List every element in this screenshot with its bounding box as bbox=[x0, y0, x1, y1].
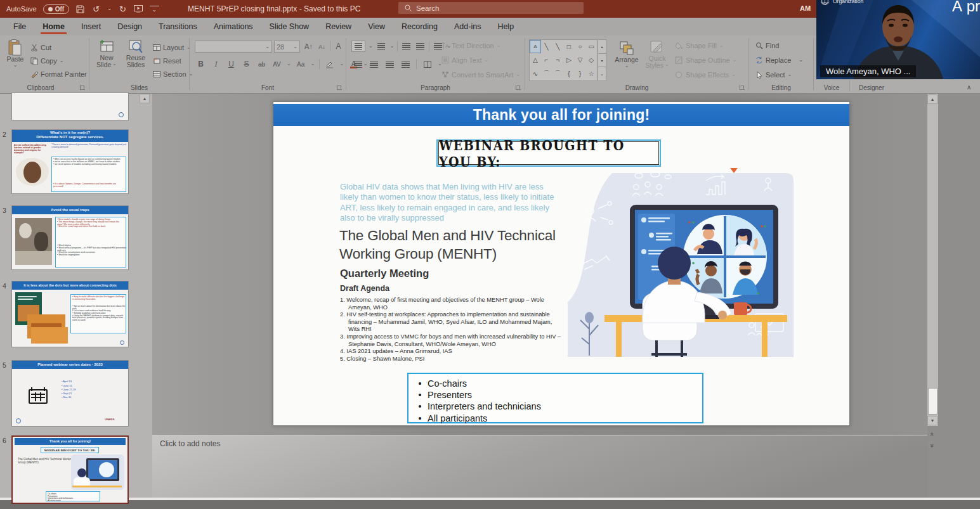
thumbnail-scroll-up-button[interactable]: ▴ bbox=[140, 94, 150, 103]
paste-button[interactable]: Paste ⌄ bbox=[4, 39, 27, 68]
clipboard-dialog-launcher-icon[interactable] bbox=[80, 85, 85, 90]
decrease-indent-button[interactable] bbox=[401, 41, 412, 52]
increase-indent-button[interactable] bbox=[415, 41, 426, 52]
arrow-line-shape-icon[interactable]: ╲ bbox=[552, 40, 563, 53]
oval-shape-icon[interactable]: ○ bbox=[575, 40, 586, 53]
tab-slide-show[interactable]: Slide Show bbox=[261, 18, 318, 35]
align-center-button[interactable] bbox=[369, 58, 379, 70]
shape-fill-button[interactable]: Shape Fill⌄ bbox=[675, 39, 736, 52]
underline-button[interactable]: U bbox=[226, 58, 237, 70]
font-size-combo[interactable]: 28 ⌄ bbox=[274, 41, 300, 53]
convert-to-smartart-button[interactable]: Convert to SmartArt⌄ bbox=[441, 68, 520, 81]
tab-home[interactable]: Home bbox=[34, 18, 73, 35]
rectangle-shape-icon[interactable]: □ bbox=[563, 40, 575, 53]
curve-shape-icon[interactable]: ⌒ bbox=[552, 67, 563, 81]
clear-formatting-button[interactable]: A bbox=[333, 41, 344, 52]
gallery-scroll-down-icon[interactable]: ▾ bbox=[598, 53, 606, 68]
gallery-more-icon[interactable]: ⌄ bbox=[598, 67, 606, 81]
layout-button[interactable]: Layout⌄ bbox=[153, 41, 193, 54]
tab-review[interactable]: Review bbox=[317, 18, 360, 35]
increase-font-size-button[interactable]: A↑ bbox=[303, 41, 314, 52]
tab-insert[interactable]: Insert bbox=[73, 18, 109, 35]
shape-outline-button[interactable]: Shape Outline⌄ bbox=[675, 54, 736, 67]
paragraph-dialog-launcher-icon[interactable] bbox=[516, 85, 521, 90]
tab-add-ins[interactable]: Add-ins bbox=[446, 18, 489, 35]
next-slide-button[interactable]: » bbox=[927, 440, 938, 449]
align-left-button[interactable] bbox=[353, 58, 363, 70]
arrange-button[interactable]: Arrange ⌄ bbox=[611, 40, 642, 68]
start-slideshow-button[interactable] bbox=[134, 4, 143, 14]
thumbnail-slide-2[interactable]: What's in it for me(n)? Differentiate NO… bbox=[11, 129, 129, 194]
tab-file[interactable]: File bbox=[5, 18, 34, 35]
right-brace-shape-icon[interactable]: } bbox=[575, 67, 586, 81]
slide-title-banner[interactable]: Thank you all for joining! bbox=[273, 104, 849, 126]
select-button[interactable]: Select ⌄ bbox=[755, 68, 803, 81]
tab-help[interactable]: Help bbox=[489, 18, 522, 35]
decrease-font-size-button[interactable]: A↓ bbox=[317, 41, 327, 52]
numbering-button[interactable] bbox=[376, 41, 387, 52]
strikethrough-button[interactable]: S bbox=[241, 58, 252, 70]
autosave-toggle[interactable]: Off bbox=[43, 4, 69, 14]
line-shape-icon[interactable]: ╲ bbox=[541, 40, 552, 53]
undo-dropdown-icon[interactable]: ⌄ bbox=[107, 6, 112, 11]
align-right-button[interactable] bbox=[384, 58, 395, 70]
thumbnail-slide-1[interactable] bbox=[11, 93, 129, 120]
change-case-button[interactable]: Aa bbox=[296, 58, 306, 70]
redo-button[interactable]: ↻ bbox=[118, 4, 127, 14]
account-initials-badge[interactable]: AM bbox=[800, 4, 811, 12]
thumbnail-slide-3[interactable]: Avoid the usual traps • New models shoul… bbox=[11, 205, 129, 270]
shape-effects-button[interactable]: Shape Effects⌄ bbox=[675, 68, 736, 81]
vertical-scrollbar[interactable] bbox=[927, 94, 938, 426]
down-arrow-shape-icon[interactable]: ▽ bbox=[575, 53, 586, 67]
character-spacing-button[interactable]: AV bbox=[271, 58, 282, 70]
shapes-gallery[interactable]: A ╲ ╲ □ ○ ▭ △ ⌐ ¬ ▷ ▽ ◇ ∿ ⌒ ⌒ { } ☆ bbox=[529, 39, 598, 81]
bullets-button[interactable] bbox=[351, 41, 365, 52]
previous-slide-button[interactable]: « bbox=[927, 428, 938, 438]
tab-animations[interactable]: Animations bbox=[206, 18, 261, 35]
thumbnail-slide-4[interactable]: It is less about the dots but more about… bbox=[11, 281, 129, 347]
highlight-color-button[interactable] bbox=[324, 58, 335, 70]
slide-heading[interactable]: The Global Men and HIV Technical Working… bbox=[339, 226, 568, 263]
elbow-arrow-shape-icon[interactable]: ¬ bbox=[552, 53, 563, 67]
thumbnail-slide-6-selected[interactable]: Thank you all for joining! WEBINAR BROUG… bbox=[11, 435, 129, 504]
format-painter-button[interactable]: Format Painter bbox=[30, 67, 87, 81]
rounded-rectangle-shape-icon[interactable]: ▭ bbox=[585, 40, 597, 53]
align-text-button[interactable]: Align Text⌄ bbox=[441, 54, 520, 67]
triangle-shape-icon[interactable]: △ bbox=[530, 53, 541, 67]
arc-shape-icon[interactable]: ⌒ bbox=[541, 67, 552, 81]
scroll-down-button[interactable]: ▾ bbox=[927, 416, 938, 425]
tab-design[interactable]: Design bbox=[109, 18, 150, 35]
reset-button[interactable]: Reset bbox=[153, 54, 193, 67]
undo-button[interactable]: ↺ bbox=[91, 4, 101, 14]
copy-button[interactable]: Copy ⌄ bbox=[30, 54, 87, 67]
scrollbar-thumb[interactable] bbox=[928, 388, 938, 415]
thanks-textbox[interactable]: Co-chairs Presenters Interpreters and te… bbox=[407, 373, 703, 423]
slide-subheading[interactable]: Quarterly Meeting bbox=[340, 267, 429, 280]
subscript-button[interactable]: ab bbox=[256, 58, 267, 70]
video-call-overlay[interactable]: Organization À pr Wole Ameyan, WHO ... bbox=[816, 0, 980, 79]
tab-view[interactable]: View bbox=[360, 18, 393, 35]
tab-recording[interactable]: Recording bbox=[393, 18, 446, 35]
section-button[interactable]: Section⌄ bbox=[153, 67, 193, 81]
font-dialog-launcher-icon[interactable] bbox=[337, 85, 342, 90]
scribble-shape-icon[interactable]: ∿ bbox=[530, 67, 541, 81]
search-input[interactable]: Search bbox=[398, 2, 584, 14]
agenda-label[interactable]: Draft Agenda bbox=[340, 284, 389, 293]
intro-paragraph[interactable]: Global HIV data shows that Men living wi… bbox=[340, 182, 563, 224]
right-arrow-shape-icon[interactable]: ▷ bbox=[563, 53, 575, 67]
new-slide-button[interactable]: New Slide⌄ bbox=[94, 39, 119, 68]
text-box-shape-icon[interactable]: A bbox=[530, 40, 541, 53]
agenda-list[interactable]: Welcome, recap of first meeting and obje… bbox=[340, 297, 565, 363]
slide-canvas[interactable]: Thank you all for joining! WEBINAR BROUG… bbox=[273, 101, 850, 426]
left-brace-shape-icon[interactable]: { bbox=[563, 67, 575, 81]
reuse-slides-button[interactable]: Reuse Slides bbox=[122, 39, 149, 68]
notes-pane[interactable]: Click to add notes bbox=[152, 435, 927, 498]
thumbnail-slide-5[interactable]: Planned webinar series dates - 2023 • Ap… bbox=[11, 360, 129, 427]
callout-shape-icon[interactable]: ◇ bbox=[585, 53, 597, 67]
scroll-up-button[interactable]: ▴ bbox=[927, 94, 938, 104]
elbow-connector-shape-icon[interactable]: ⌐ bbox=[541, 53, 552, 67]
webinar-textbox[interactable]: WEBINAR BROUGHT TO YOU BY: bbox=[438, 141, 659, 165]
collapse-ribbon-icon[interactable]: ∧ bbox=[967, 84, 971, 91]
drawing-dialog-launcher-icon[interactable] bbox=[740, 85, 745, 90]
document-title[interactable]: MENHT 5PrEP closing final.pptx - Saved t… bbox=[188, 4, 360, 13]
